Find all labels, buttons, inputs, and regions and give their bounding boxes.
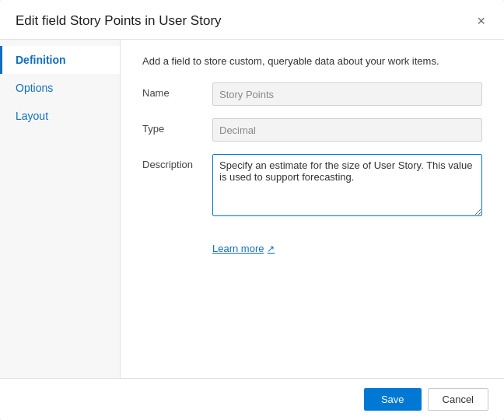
learn-more-text: Learn more [212,243,264,254]
learn-more-row: Learn more ↗ [142,241,482,255]
sidebar-item-definition[interactable]: Definition [0,46,120,74]
name-label: Name [142,82,212,99]
save-button[interactable]: Save [364,388,422,411]
content-description: Add a field to store custom, queryable d… [142,55,482,67]
type-input[interactable] [212,118,482,142]
sidebar: Definition Options Layout [0,40,121,378]
sidebar-item-layout[interactable]: Layout [0,102,120,130]
name-row: Name [142,82,482,106]
name-input[interactable] [212,82,482,106]
external-link-icon: ↗ [267,243,275,254]
description-textarea[interactable]: Specify an estimate for the size of User… [212,154,482,216]
content-area: Add a field to store custom, queryable d… [121,40,504,378]
dialog-body: Definition Options Layout Add a field to… [0,40,504,378]
description-label: Description [142,154,212,170]
close-button[interactable]: × [474,12,488,30]
edit-field-dialog: Edit field Story Points in User Story × … [0,0,504,420]
sidebar-item-options-label: Options [16,82,53,94]
dialog-footer: Save Cancel [0,378,504,420]
sidebar-item-layout-label: Layout [16,110,48,122]
sidebar-item-definition-label: Definition [16,54,66,66]
sidebar-item-options[interactable]: Options [0,74,120,102]
dialog-header: Edit field Story Points in User Story × [0,0,504,40]
type-row: Type [142,118,482,142]
learn-more-link[interactable]: Learn more ↗ [212,243,275,254]
cancel-button[interactable]: Cancel [428,388,488,411]
dialog-title: Edit field Story Points in User Story [16,13,222,29]
description-row: Description Specify an estimate for the … [142,154,482,216]
type-label: Type [142,118,212,135]
